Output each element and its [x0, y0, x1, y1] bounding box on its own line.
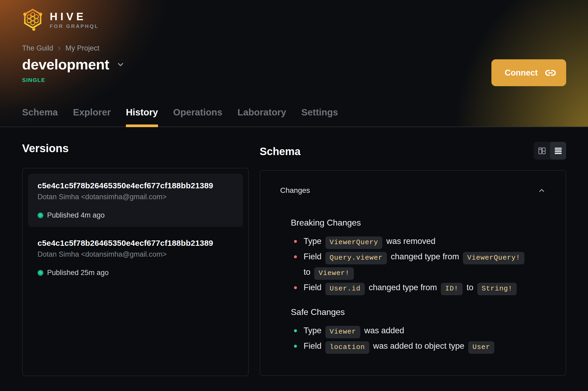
breaking-changes-list: Type ViewerQuery was removed Field Query…: [291, 234, 530, 295]
code-chip: Viewer!: [314, 267, 354, 280]
change-group-title: Safe Changes: [291, 307, 546, 317]
code-chip: location: [325, 341, 369, 354]
code-chip: User: [468, 341, 494, 354]
tab-label: Laboratory: [238, 107, 286, 117]
tab-label: History: [126, 107, 158, 117]
code-chip: Viewer: [325, 326, 361, 338]
project-header: HIVE FOR GRAPHQL The Guild My Project de…: [0, 0, 588, 127]
change-text: Type: [304, 236, 321, 246]
version-status: Published 4m ago: [47, 211, 105, 219]
tab-history[interactable]: History: [126, 107, 158, 127]
link-icon: [545, 67, 556, 78]
hive-hexagon-icon: [22, 8, 43, 32]
tab-label: Schema: [22, 107, 58, 117]
code-chip: Query.viewer: [325, 252, 387, 264]
tab-label: Explorer: [73, 107, 111, 117]
change-item: Field Query.viewer changed type from Vie…: [291, 249, 530, 280]
tab-explorer[interactable]: Explorer: [73, 107, 111, 127]
target-selector-chevron-down-icon[interactable]: [116, 60, 125, 69]
rows-icon: [554, 146, 563, 155]
tab-bar: SchemaExplorerHistoryOperationsLaborator…: [22, 107, 338, 127]
change-text: to: [304, 267, 310, 277]
version-hash: c5e4c1c5f78b26465350e4ecf677cf188bb21389: [38, 181, 233, 190]
version-author: Dotan Simha <dotansimha@gmail.com>: [38, 250, 233, 259]
breadcrumb-project[interactable]: My Project: [65, 44, 100, 52]
hive-logo[interactable]: HIVE FOR GRAPHQL: [22, 8, 567, 32]
breaking-changes-group: Breaking ChangesType ViewerQuery was rem…: [291, 218, 546, 295]
page-title: development: [22, 56, 109, 73]
change-text: changed type from: [369, 283, 437, 292]
tab-label: Operations: [173, 107, 222, 117]
logo-title: HIVE: [50, 11, 99, 22]
published-status-icon: [38, 213, 43, 218]
change-text: Type: [304, 326, 321, 335]
version-card[interactable]: c5e4c1c5f78b26465350e4ecf677cf188bb21389…: [28, 231, 243, 284]
version-hash: c5e4c1c5f78b26465350e4ecf677cf188bb21389: [38, 239, 233, 248]
version-author: Dotan Simha <dotansimha@gmail.com>: [38, 193, 233, 201]
schema-heading: Schema: [260, 145, 300, 158]
change-text: was removed: [386, 236, 435, 246]
tab-schema[interactable]: Schema: [22, 107, 58, 127]
version-status: Published 25m ago: [47, 269, 109, 277]
logo-subtitle: FOR GRAPHQL: [50, 23, 99, 29]
connect-button-label: Connect: [505, 68, 538, 78]
changes-section-toggle[interactable]: Changes: [280, 186, 546, 195]
schema-changes-panel: Changes Breaking ChangesType ViewerQuery…: [260, 170, 566, 376]
change-text: Field: [304, 283, 321, 292]
diff-view-button[interactable]: [534, 142, 550, 160]
code-chip: ViewerQuery: [325, 236, 383, 249]
chevron-right-icon: [56, 45, 62, 51]
schema-section: Schema: [260, 142, 566, 376]
change-text: Field: [304, 341, 321, 351]
chevron-up-icon: [538, 186, 546, 194]
columns-icon: [537, 146, 546, 155]
change-text: to: [467, 283, 474, 292]
versions-heading: Versions: [22, 142, 249, 155]
change-item: Type ViewerQuery was removed: [291, 234, 530, 249]
change-groups: Breaking ChangesType ViewerQuery was rem…: [280, 218, 546, 354]
change-text: changed type from: [391, 252, 459, 261]
version-card[interactable]: c5e4c1c5f78b26465350e4ecf677cf188bb21389…: [28, 174, 243, 227]
versions-section: Versions c5e4c1c5f78b26465350e4ecf677cf1…: [22, 142, 249, 376]
change-group-title: Breaking Changes: [291, 218, 546, 228]
target-type-badge: SINGLE: [22, 77, 567, 83]
published-status-icon: [38, 270, 43, 276]
change-text: was added to object type: [373, 341, 464, 351]
versions-list: c5e4c1c5f78b26465350e4ecf677cf188bb21389…: [22, 168, 249, 376]
safe-changes-group: Safe ChangesType Viewer was added Field …: [291, 307, 546, 354]
safe-changes-list: Type Viewer was added Field location was…: [291, 323, 530, 354]
change-item: Field location was added to object type …: [291, 338, 530, 354]
tab-operations[interactable]: Operations: [173, 107, 222, 127]
tab-laboratory[interactable]: Laboratory: [238, 107, 286, 127]
view-mode-toggle: [534, 142, 566, 160]
code-chip: String!: [477, 283, 517, 295]
breadcrumb: The Guild My Project: [22, 44, 567, 52]
list-view-button[interactable]: [550, 142, 566, 160]
connect-button[interactable]: Connect: [491, 59, 566, 86]
tab-settings[interactable]: Settings: [301, 107, 338, 127]
change-item: Field User.id changed type from ID! to S…: [291, 280, 530, 295]
code-chip: ViewerQuery!: [463, 252, 524, 264]
change-text: Field: [304, 252, 321, 261]
history-page-content: Versions c5e4c1c5f78b26465350e4ecf677cf1…: [0, 127, 588, 376]
code-chip: User.id: [325, 283, 365, 295]
code-chip: ID!: [441, 283, 463, 295]
tab-label: Settings: [301, 107, 338, 117]
change-text: was added: [364, 326, 404, 335]
breadcrumb-org[interactable]: The Guild: [22, 44, 53, 52]
change-item: Type Viewer was added: [291, 323, 530, 338]
changes-label: Changes: [280, 186, 310, 195]
